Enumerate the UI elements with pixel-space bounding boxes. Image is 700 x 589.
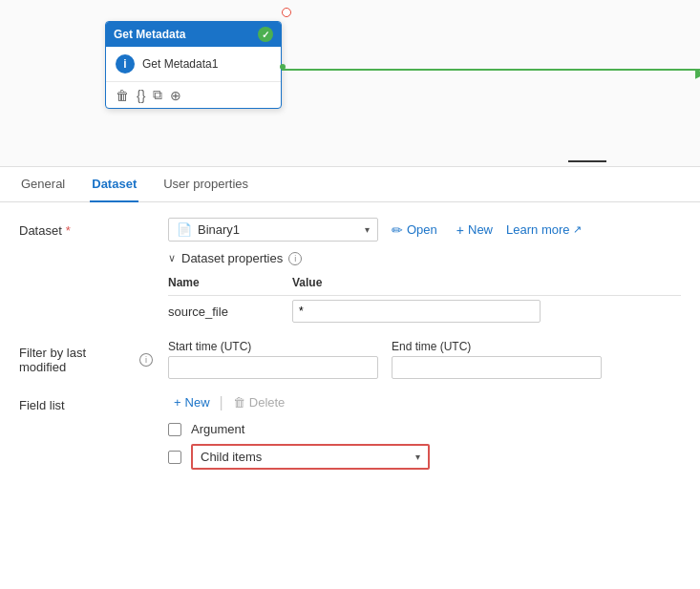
tab-dataset[interactable]: Dataset [90,167,138,202]
node-check-icon: ✓ [258,27,273,42]
field-trash-icon: 🗑 [233,395,245,410]
node-actions: 🗑 {} ⧉ ⊕ [106,82,281,108]
field-list-toolbar: + New | 🗑 Delete [168,392,681,412]
divider-hint [568,160,606,162]
form-content: Dataset * 📄 Binary1 ▾ ✏ Open + [0,202,700,506]
external-link-icon: ↗ [573,223,582,236]
time-row: Start time (UTC) End time (UTC) [168,340,681,379]
field-plus-icon: + [174,395,181,410]
required-star: * [66,223,71,238]
prop-value-input[interactable] [292,300,541,323]
field-list-form-row: Field list + New | 🗑 Delete [19,392,681,477]
col-value-header: Value [292,273,681,296]
pencil-icon: ✏ [392,222,403,238]
child-items-row: Child items ▾ [168,444,681,470]
node-code-icon[interactable]: {} [137,88,145,103]
start-dot [282,8,291,17]
field-separator: | [220,394,223,411]
node-body-title: Get Metadata1 [142,57,218,71]
argument-label: Argument [191,422,244,436]
node-delete-icon[interactable]: 🗑 [116,88,129,103]
dataset-select[interactable]: 📄 Binary1 ▾ [168,218,378,242]
prop-value-cell [292,296,681,327]
new-dataset-button[interactable]: + New [451,219,498,242]
node-info-icon: i [116,54,135,74]
end-time-input[interactable] [392,356,602,379]
green-connector [282,69,700,71]
child-items-checkbox[interactable] [168,451,181,464]
tab-general[interactable]: General [19,167,67,202]
start-time-label: Start time (UTC) [168,340,378,353]
node-header: Get Metadata ✓ [106,22,281,47]
child-items-dropdown[interactable]: Child items ▾ [191,444,430,470]
dataset-form-row: Dataset * 📄 Binary1 ▾ ✏ Open + [19,218,681,326]
open-button[interactable]: ✏ Open [386,219,443,242]
node-add-icon[interactable]: ⊕ [170,88,181,103]
learn-more-link[interactable]: Learn more ↗ [506,222,581,237]
dataset-row: 📄 Binary1 ▾ ✏ Open + New Learn more ↗ [168,218,681,242]
col-name-header: Name [168,273,292,296]
filter-label: Filter by last modified i [19,340,153,374]
tabs-bar: General Dataset User properties [0,167,700,202]
subsection-title: Dataset properties [181,251,283,265]
filter-control-area: Start time (UTC) End time (UTC) [168,340,681,379]
argument-row: Argument [168,422,681,436]
tab-user-properties[interactable]: User properties [161,167,250,202]
dataset-arrow-icon: ▾ [365,224,370,235]
dataset-properties-subsection: ∨ Dataset properties i Name Value [168,251,681,326]
node-copy-icon[interactable]: ⧉ [153,87,162,103]
filter-info-icon: i [139,353,153,367]
start-time-input[interactable] [168,356,378,379]
props-table: Name Value source_file [168,273,681,326]
field-delete-button[interactable]: 🗑 Delete [227,392,291,412]
child-items-value: Child items [201,450,415,464]
node-body: i Get Metadata1 [106,47,281,82]
green-arrow-icon: ▶ [695,65,700,80]
properties-panel: General Dataset User properties Dataset … [0,167,700,589]
end-time-group: End time (UTC) [392,340,602,379]
field-list-label: Field list [19,392,153,412]
canvas-area: Get Metadata ✓ i Get Metadata1 🗑 {} ⧉ ⊕ … [0,0,700,167]
dataset-value: Binary1 [198,222,365,237]
field-list-control-area: + New | 🗑 Delete Argument [168,392,681,477]
field-new-button[interactable]: + New [168,392,216,412]
dataset-label: Dataset * [19,218,153,238]
field-dropdown-arrow-icon: ▾ [415,452,420,462]
plus-icon: + [456,222,464,238]
collapse-icon[interactable]: ∨ [168,252,176,264]
activity-node[interactable]: Get Metadata ✓ i Get Metadata1 🗑 {} ⧉ ⊕ [105,21,282,109]
subsection-info-icon: i [288,252,302,265]
start-time-group: Start time (UTC) [168,340,378,379]
filter-form-row: Filter by last modified i Start time (UT… [19,340,681,379]
dataset-file-icon: 📄 [177,222,192,237]
argument-checkbox[interactable] [168,423,181,436]
subsection-header: ∨ Dataset properties i [168,251,681,265]
node-header-title: Get Metadata [114,28,185,41]
dataset-control-area: 📄 Binary1 ▾ ✏ Open + New Learn more ↗ [168,218,681,326]
prop-name-cell: source_file [168,296,292,327]
table-row: source_file [168,296,681,327]
end-time-label: End time (UTC) [392,340,602,353]
